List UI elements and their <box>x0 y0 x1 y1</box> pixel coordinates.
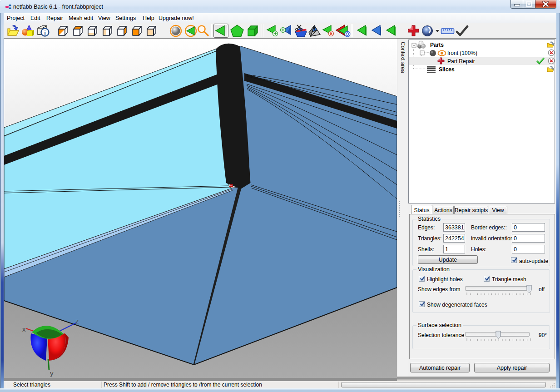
svg-text:i: i <box>44 29 46 36</box>
svg-text:y: y <box>50 369 54 377</box>
svg-text:z: z <box>75 317 79 325</box>
svg-text:x: x <box>22 325 26 333</box>
